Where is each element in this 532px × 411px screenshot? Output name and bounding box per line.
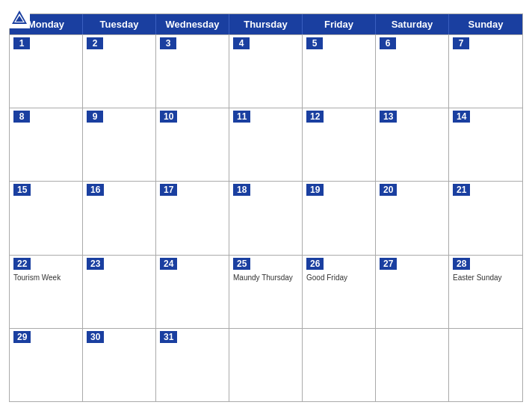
day-cell: 24 bbox=[156, 256, 229, 328]
day-cell: 3 bbox=[156, 35, 229, 108]
day-cell: 22Tourism Week bbox=[10, 256, 83, 328]
day-number: 30 bbox=[87, 331, 104, 343]
day-number-row: 4 bbox=[233, 37, 298, 49]
day-cell bbox=[303, 329, 376, 401]
event-text: Easter Sunday bbox=[453, 273, 519, 282]
day-number: 14 bbox=[453, 111, 470, 123]
day-number: 13 bbox=[380, 111, 397, 123]
day-cell: 7 bbox=[449, 35, 522, 108]
calendar-grid: Monday Tuesday Wednesday Thursday Friday… bbox=[9, 13, 523, 402]
day-number-row: 8 bbox=[13, 111, 78, 123]
day-cell: 25Maundy Thursday bbox=[229, 256, 303, 328]
day-number-row: 14 bbox=[453, 111, 519, 123]
day-number: 4 bbox=[233, 37, 250, 49]
day-number-row: 29 bbox=[13, 331, 78, 343]
day-cell: 5 bbox=[303, 35, 376, 108]
week-row-1: 1234567 bbox=[10, 34, 522, 108]
day-number: 29 bbox=[13, 331, 31, 343]
day-number: 16 bbox=[87, 184, 104, 196]
day-number-row: 24 bbox=[160, 258, 225, 270]
day-cell: 1 bbox=[10, 35, 83, 108]
day-number bbox=[233, 331, 250, 333]
day-cell: 10 bbox=[156, 108, 229, 181]
header-tuesday: Tuesday bbox=[83, 14, 156, 34]
day-headers-row: Monday Tuesday Wednesday Thursday Friday… bbox=[10, 14, 522, 34]
day-cell bbox=[376, 329, 449, 401]
day-cell: 6 bbox=[376, 35, 449, 108]
day-number-row: 7 bbox=[453, 37, 519, 49]
day-number-row: 9 bbox=[87, 111, 152, 123]
day-number-row: 1 bbox=[13, 37, 78, 49]
day-cell: 8 bbox=[10, 108, 83, 181]
day-number: 15 bbox=[13, 184, 31, 196]
day-number-row: 16 bbox=[87, 184, 152, 196]
day-number-row bbox=[453, 331, 519, 333]
day-number: 19 bbox=[306, 184, 324, 196]
day-cell: 31 bbox=[156, 329, 229, 401]
day-number: 11 bbox=[233, 111, 250, 123]
day-cell: 15 bbox=[10, 182, 83, 254]
day-cell: 26Good Friday bbox=[303, 256, 376, 328]
day-cell bbox=[229, 329, 303, 401]
day-number: 5 bbox=[306, 37, 323, 49]
day-number-row: 20 bbox=[380, 184, 445, 196]
week-row-3: 15161718192021 bbox=[10, 181, 522, 254]
logo-icon bbox=[9, 7, 30, 28]
day-cell: 27 bbox=[376, 256, 449, 328]
day-number: 9 bbox=[87, 111, 103, 123]
day-cell: 20 bbox=[376, 182, 449, 254]
day-cell: 13 bbox=[376, 108, 449, 181]
day-number-row: 17 bbox=[160, 184, 225, 196]
day-number-row: 25 bbox=[233, 258, 298, 270]
calendar-container: Monday Tuesday Wednesday Thursday Friday… bbox=[0, 0, 532, 411]
event-text: Good Friday bbox=[306, 273, 371, 282]
day-number-row bbox=[306, 331, 371, 333]
day-number-row: 26 bbox=[306, 258, 371, 270]
day-number: 20 bbox=[380, 184, 397, 196]
day-cell: 14 bbox=[449, 108, 522, 181]
day-cell bbox=[449, 329, 522, 401]
day-number: 7 bbox=[453, 37, 469, 49]
event-text: Maundy Thursday bbox=[233, 273, 298, 282]
week-row-4: 22Tourism Week232425Maundy Thursday26Goo… bbox=[10, 255, 522, 328]
logo bbox=[9, 7, 33, 28]
day-cell: 9 bbox=[83, 108, 156, 181]
day-number: 27 bbox=[380, 258, 397, 270]
day-cell: 29 bbox=[10, 329, 83, 401]
header-friday: Friday bbox=[303, 14, 376, 34]
day-number: 23 bbox=[87, 258, 104, 270]
day-number-row: 6 bbox=[380, 37, 445, 49]
day-number bbox=[453, 331, 469, 333]
day-number: 8 bbox=[13, 111, 30, 123]
day-number: 3 bbox=[160, 37, 176, 49]
day-number: 22 bbox=[13, 258, 31, 270]
day-cell: 23 bbox=[83, 256, 156, 328]
day-cell: 30 bbox=[83, 329, 156, 401]
day-number: 25 bbox=[233, 258, 250, 270]
day-number-row: 13 bbox=[380, 111, 445, 123]
day-number bbox=[306, 331, 323, 333]
day-cell: 21 bbox=[449, 182, 522, 254]
day-number: 1 bbox=[13, 37, 30, 49]
day-number-row: 11 bbox=[233, 111, 298, 123]
day-cell: 19 bbox=[303, 182, 376, 254]
day-number-row: 28 bbox=[453, 258, 519, 270]
header-thursday: Thursday bbox=[229, 14, 303, 34]
header-saturday: Saturday bbox=[376, 14, 449, 34]
day-number-row: 21 bbox=[453, 184, 519, 196]
day-number-row: 27 bbox=[380, 258, 445, 270]
day-number: 28 bbox=[453, 258, 470, 270]
day-number: 18 bbox=[233, 184, 250, 196]
header-sunday: Sunday bbox=[449, 14, 522, 34]
day-cell: 28Easter Sunday bbox=[449, 256, 522, 328]
day-number-row: 2 bbox=[87, 37, 152, 49]
weeks-container: 12345678910111213141516171819202122Touri… bbox=[10, 34, 522, 401]
day-number-row: 15 bbox=[13, 184, 78, 196]
day-number-row: 31 bbox=[160, 331, 225, 343]
day-number-row: 12 bbox=[306, 111, 371, 123]
day-cell: 16 bbox=[83, 182, 156, 254]
day-cell: 12 bbox=[303, 108, 376, 181]
day-cell: 4 bbox=[229, 35, 303, 108]
day-cell: 17 bbox=[156, 182, 229, 254]
day-cell: 2 bbox=[83, 35, 156, 108]
